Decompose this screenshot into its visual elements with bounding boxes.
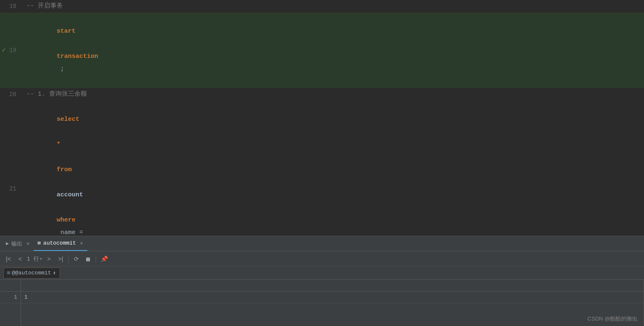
row-num-header [0, 280, 21, 292]
table-selector[interactable]: ⊞ @@autocommit ⬍ [3, 268, 60, 279]
line-content-18: -- 开启事务 [23, 0, 644, 13]
keyword-transaction: transaction [57, 53, 98, 60]
row-num-cell-1: 1 [0, 292, 21, 303]
editor-area: 18 -- 开启事务 ✓ 19 start transaction ; 20 -… [0, 0, 644, 236]
last-row-button[interactable]: >| [56, 254, 66, 264]
tab-autocommit[interactable]: ⊞ autocommit ✕ [34, 237, 87, 251]
bottom-panel: ▶ 输出 ✕ ⊞ autocommit ✕ |< < 1 行 ▾ > >| ⟳ … [0, 236, 644, 326]
stop-button[interactable]: ◼ [83, 254, 93, 264]
autocommit-tab-label: autocommit [43, 240, 76, 246]
col-header-1 [21, 280, 644, 292]
panel-tabs: ▶ 输出 ✕ ⊞ autocommit ✕ [0, 236, 644, 251]
line-content-21: select * from account where name = '张三' … [23, 101, 644, 236]
line-number-18: 18 [0, 0, 23, 13]
autocommit-tab-close[interactable]: ✕ [80, 240, 83, 246]
keyword-where-21: where [57, 216, 76, 224]
code-line-19: ✓ 19 start transaction ; [0, 13, 644, 88]
row-count-text: 1 行 [27, 255, 39, 263]
line-number-19: ✓ 19 [0, 44, 23, 57]
keyword-start: start [57, 28, 76, 35]
data-cell-1-1: 1 [21, 292, 644, 303]
table-selector-icon: ⊞ [7, 270, 10, 276]
toolbar-separator-2 [96, 255, 96, 263]
table-data-area: 1 1 [0, 280, 644, 326]
asterisk: * [57, 141, 60, 148]
comment-query-zhang: -- 1. 查询张三余额 [26, 91, 87, 98]
table-selector-label: @@autocommit [12, 270, 51, 276]
line-content-19: start transaction ; [23, 13, 644, 88]
data-column-1: 1 [21, 280, 644, 326]
table-selector-arrow: ⬍ [53, 270, 56, 276]
keyword-from: from [57, 166, 72, 173]
watermark: CSDN @酷酷的懒虫 [587, 315, 637, 323]
toolbar-separator-1 [68, 255, 69, 263]
row-count-display: 1 行 ▾ [27, 255, 42, 263]
next-row-button[interactable]: > [44, 254, 54, 264]
code-container: 18 -- 开启事务 ✓ 19 start transaction ; 20 -… [0, 0, 644, 236]
code-line-21: 21 select * from account where name = '张… [0, 101, 644, 236]
pin-button[interactable]: 📌 [99, 254, 110, 264]
panel-toolbar: |< < 1 行 ▾ > >| ⟳ ◼ 📌 [0, 251, 644, 266]
watermark-text: CSDN @酷酷的懒虫 [587, 316, 637, 322]
comment-open-transaction: -- 开启事务 [26, 3, 63, 10]
output-tab-icon: ▶ [6, 240, 9, 247]
output-tab-close[interactable]: ✕ [26, 241, 29, 246]
table-header-row: ⊞ @@autocommit ⬍ [0, 266, 644, 280]
line-number-20: 20 [0, 88, 23, 101]
autocommit-tab-icon: ⊞ [38, 240, 41, 246]
code-line-20: 20 -- 1. 查询张三余额 [0, 88, 644, 101]
line-content-20: -- 1. 查询张三余额 [23, 88, 644, 101]
row-count-chevron: ▾ [40, 256, 42, 261]
line-number-21: 21 [0, 183, 23, 195]
prev-row-button[interactable]: < [15, 254, 25, 264]
row-number-column: 1 [0, 280, 21, 326]
code-line-18: 18 -- 开启事务 [0, 0, 644, 13]
table-account-1: account [57, 191, 83, 198]
check-icon-19: ✓ [2, 44, 6, 57]
first-row-button[interactable]: |< [3, 254, 13, 264]
output-tab-label: 输出 [11, 240, 22, 248]
refresh-button[interactable]: ⟳ [71, 254, 81, 264]
space1 [57, 40, 60, 47]
keyword-select: select [57, 116, 79, 123]
semicolon1: ; [57, 65, 64, 73]
tab-output[interactable]: ▶ 输出 ✕ [2, 237, 34, 251]
